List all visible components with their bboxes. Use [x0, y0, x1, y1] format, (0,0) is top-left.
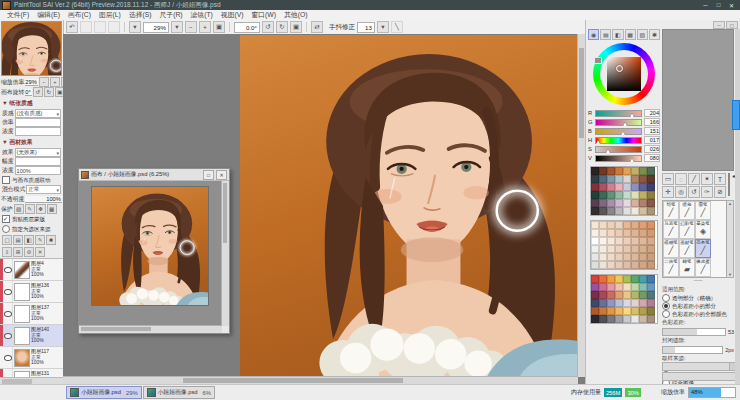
lock-opacity-icon[interactable]: ▨ — [14, 204, 24, 214]
color-swatch[interactable] — [639, 183, 647, 191]
rotate-cw-button[interactable]: ↻ — [276, 21, 288, 33]
color-swatch[interactable] — [607, 221, 615, 229]
document-tab[interactable]: 小姐姐画像.psd 29% — [66, 386, 142, 399]
color-swatch[interactable] — [607, 175, 615, 183]
new-layer-button[interactable]: ▢ — [2, 235, 12, 245]
color-swatch[interactable] — [607, 291, 615, 299]
secondary-view-titlebar[interactable]: 画布 / 小姐姐画像.psd (6.25%) □ ✕ — [79, 169, 229, 181]
window-control-button[interactable]: ─ — [699, 1, 712, 9]
nav-zoom-value[interactable]: 29% — [25, 79, 38, 86]
paper-texture-header[interactable]: ▼ 纸张质感 — [0, 97, 63, 109]
brush-item[interactable]: 蜡笔 ▰ — [679, 258, 695, 277]
color-swatch[interactable] — [639, 221, 647, 229]
panel-resize-handle[interactable]: ── — [662, 278, 734, 283]
color-swatch[interactable] — [623, 245, 631, 253]
color-swatch[interactable] — [599, 283, 607, 291]
scope-radio-option[interactable]: 色彩差距小的全部颜色 — [662, 310, 734, 318]
color-swatch[interactable] — [607, 183, 615, 191]
color-swatch[interactable] — [631, 167, 639, 175]
combine-button[interactable]: ⊞ — [13, 247, 23, 257]
canvas-area[interactable]: 画布 / 小姐姐画像.psd (6.25%) □ ✕ — [63, 34, 586, 385]
color-swatch[interactable] — [623, 283, 631, 291]
color-swatch[interactable] — [607, 207, 615, 215]
color-swatch[interactable] — [599, 261, 607, 269]
color-swatch[interactable] — [647, 253, 655, 261]
hue-marker[interactable] — [594, 57, 602, 64]
magic-wand-tool[interactable]: ✶ — [701, 173, 713, 185]
color-swatch[interactable] — [647, 199, 655, 207]
color-swatch[interactable] — [599, 299, 607, 307]
window-control-button[interactable]: □ — [712, 1, 725, 9]
color-swatch[interactable] — [623, 207, 631, 215]
color-swatch[interactable] — [631, 183, 639, 191]
saturation-value-square[interactable] — [607, 57, 641, 91]
color-swatch[interactable] — [631, 237, 639, 245]
rotate-view-tool[interactable]: ↺ — [688, 186, 700, 198]
color-swatch[interactable] — [623, 315, 631, 323]
slider-track[interactable] — [595, 119, 642, 126]
color-swatch[interactable] — [599, 221, 607, 229]
color-swatch[interactable] — [631, 199, 639, 207]
layer-visibility-eye-icon[interactable] — [3, 369, 13, 377]
tab-color-wheel[interactable]: ◉ — [588, 29, 599, 40]
color-swatch[interactable] — [591, 191, 599, 199]
color-swatch[interactable] — [591, 183, 599, 191]
slider-marker[interactable] — [606, 149, 610, 153]
menu-item[interactable]: 其他(O) — [280, 10, 311, 20]
layer-visibility-eye-icon[interactable] — [3, 281, 13, 302]
menu-item[interactable]: 图层(L) — [95, 10, 125, 20]
color-swatch[interactable] — [647, 183, 655, 191]
layer-visibility-eye-icon[interactable] — [3, 259, 13, 280]
color-swatch[interactable] — [623, 229, 631, 237]
scroll-arrow-icon[interactable]: ▲ — [727, 201, 733, 206]
view-preset-dropdown[interactable]: ▾ — [129, 21, 141, 33]
zoom-reset-button[interactable]: ▣ — [213, 21, 225, 33]
color-swatch[interactable] — [623, 175, 631, 183]
layer-thumbnail[interactable] — [14, 305, 30, 323]
layer-settings-button[interactable]: ✱ — [46, 235, 56, 245]
clipping-mask-checkbox[interactable]: 剪贴图层蒙版 — [0, 214, 63, 224]
layer-row[interactable]: 图层137 正常 100% — [0, 303, 63, 325]
color-swatch[interactable] — [607, 299, 615, 307]
stabilizer-dropdown-icon[interactable]: ▾ — [377, 21, 389, 33]
color-swatch[interactable] — [623, 261, 631, 269]
color-swatch[interactable] — [599, 175, 607, 183]
color-swatch[interactable] — [599, 183, 607, 191]
color-swatch[interactable] — [615, 299, 623, 307]
color-swatch[interactable] — [623, 167, 631, 175]
color-swatch[interactable] — [639, 245, 647, 253]
radio-icon[interactable] — [662, 302, 670, 310]
color-swatch[interactable] — [591, 291, 599, 299]
color-swatch[interactable] — [591, 299, 599, 307]
selection-add-button[interactable] — [94, 21, 106, 33]
text-tool[interactable]: T — [714, 173, 726, 185]
new-mask-button[interactable]: ◧ — [24, 235, 34, 245]
color-swatch[interactable] — [623, 199, 631, 207]
color-swatch[interactable] — [631, 261, 639, 269]
selection-source-radio[interactable]: 指定为选区来源 — [0, 224, 63, 234]
brush-item[interactable]: 亮色笔 ╱ — [695, 239, 711, 258]
brush-item[interactable]: 二值笔 ╱ — [663, 258, 679, 277]
color-swatch[interactable] — [591, 307, 599, 315]
rotate-ccw-button[interactable]: ↺ — [262, 21, 274, 33]
select-rect-tool[interactable]: ▭ — [662, 173, 674, 185]
color-swatch[interactable] — [647, 299, 655, 307]
opacity-value[interactable]: 100% — [25, 196, 62, 203]
options-scrollbar-2[interactable] — [662, 372, 738, 381]
color-swatch[interactable] — [599, 207, 607, 215]
menu-item[interactable]: 窗口(W) — [248, 10, 281, 20]
zoom-in-button[interactable]: + — [199, 21, 211, 33]
color-swatch[interactable] — [591, 283, 599, 291]
field-value[interactable]: (无效果)▾ — [15, 148, 61, 157]
secondary-view-vscrollbar[interactable] — [221, 181, 229, 326]
material-effect-header[interactable]: ▼ 画材效果 — [0, 136, 63, 148]
brush-item[interactable]: 铅笔 ╱ — [663, 201, 679, 220]
options-scrollbar[interactable] — [662, 362, 738, 371]
color-swatch[interactable] — [647, 167, 655, 175]
menu-item[interactable]: 编辑(E) — [33, 10, 64, 20]
color-swatch[interactable] — [607, 237, 615, 245]
slider-track[interactable] — [595, 110, 642, 117]
color-swatch[interactable] — [631, 245, 639, 253]
nav-zoom-button[interactable]: − — [39, 77, 49, 87]
color-swatch[interactable] — [607, 199, 615, 207]
